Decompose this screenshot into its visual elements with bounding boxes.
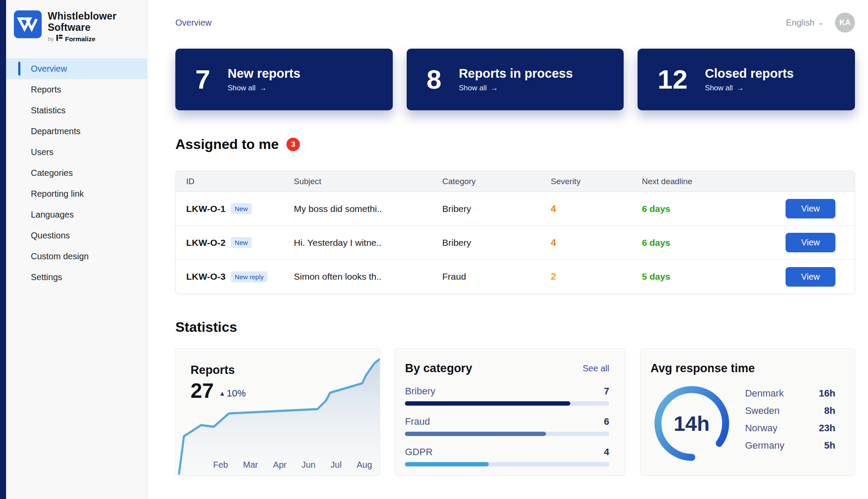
table-header-row: ID Subject Category Severity Next deadli… (176, 171, 855, 192)
category-bar-fill (405, 462, 489, 466)
assigned-count-badge: 3 (286, 138, 300, 151)
view-button[interactable]: View (786, 267, 835, 287)
arrow-right-icon: → (490, 84, 498, 93)
assigned-table: ID Subject Category Severity Next deadli… (175, 171, 855, 294)
category-label: GDPR (405, 446, 433, 458)
by-category-card: By category See all Bribery 7 Fraud 6 (395, 348, 625, 476)
category-bar-fill (405, 401, 570, 406)
card-title: Reports in process (459, 66, 573, 81)
report-id: LKW-O-2 (186, 238, 226, 248)
sidebar-item-users[interactable]: Users (6, 142, 147, 162)
show-all-link[interactable]: Show all→ (227, 84, 300, 93)
col-header-id: ID (176, 177, 294, 186)
see-all-link[interactable]: See all (583, 364, 609, 373)
reports-chart-card: Reports 27 ▲ 10% Feb Mar Apr Jun Jul (175, 348, 380, 476)
main-content: Overview English ⌄ KA 7 New reports Show… (148, 0, 868, 499)
col-header-subject: Subject (294, 177, 442, 186)
breadcrumb[interactable]: Overview (175, 18, 211, 28)
left-edge-strip (0, 0, 6, 499)
assigned-title: Assigned to me (175, 136, 279, 152)
topbar: Overview English ⌄ KA (175, 0, 855, 33)
avg-response-card: Avg response time 14h (640, 348, 855, 476)
category-value: 4 (604, 446, 609, 458)
report-category: Bribery (442, 238, 551, 248)
report-subject: My boss did somethi.. (294, 204, 442, 214)
statistics-cards-row: Reports 27 ▲ 10% Feb Mar Apr Jun Jul (175, 348, 855, 476)
avatar[interactable]: KA (835, 13, 855, 33)
category-row: Bribery 7 (405, 386, 609, 406)
category-row: Fraud 6 (405, 416, 609, 436)
sidebar: Whistleblower Software by Formalize Over… (6, 0, 148, 499)
new-reports-count: 7 (195, 66, 210, 93)
category-bar-track (405, 462, 609, 466)
card-title: Closed reports (705, 66, 794, 81)
app-window: Whistleblower Software by Formalize Over… (0, 0, 868, 499)
card-new-reports[interactable]: 7 New reports Show all→ (175, 49, 393, 110)
sidebar-item-departments[interactable]: Departments (6, 121, 147, 142)
sidebar-item-reporting-link[interactable]: Reporting link (6, 183, 147, 204)
in-process-count: 8 (427, 66, 441, 93)
col-header-category: Category (442, 177, 551, 186)
report-severity: 4 (551, 203, 642, 215)
status-badge: New (231, 203, 252, 214)
avg-response-title: Avg response time (651, 362, 855, 375)
brand: Whistleblower Software by Formalize (6, 0, 147, 43)
x-axis-labels: Feb Mar Apr Jun Jul Aug (213, 460, 372, 470)
category-value: 7 (604, 386, 609, 397)
sidebar-item-questions[interactable]: Questions (6, 225, 147, 246)
status-badge: New (231, 237, 252, 248)
sidebar-menu: Overview Reports Statistics Departments … (6, 58, 147, 288)
card-reports-in-process[interactable]: 8 Reports in process Show all→ (407, 49, 624, 110)
active-indicator-bar (18, 62, 20, 76)
table-row: LKW-O-3New reply Simon often looks th.. … (176, 260, 855, 294)
triangle-up-icon: ▲ (219, 390, 225, 397)
sidebar-item-reports[interactable]: Reports (6, 79, 147, 100)
country-row: Norway23h (745, 420, 835, 437)
report-id: LKW-O-3 (186, 271, 226, 282)
arrow-right-icon: → (737, 84, 744, 93)
by-category-title: By category (405, 362, 472, 375)
donut-center-value: 14h (651, 382, 733, 465)
closed-count: 12 (658, 66, 687, 93)
sidebar-item-settings[interactable]: Settings (6, 267, 147, 288)
brand-logo-icon (14, 10, 42, 38)
category-value: 6 (604, 416, 609, 427)
card-closed-reports[interactable]: 12 Closed reports Show all→ (638, 49, 855, 110)
sidebar-item-overview[interactable]: Overview (6, 58, 147, 79)
reports-card-title: Reports (191, 364, 246, 377)
brand-name: Whistleblower Software (48, 10, 117, 33)
report-severity: 2 (551, 271, 642, 282)
sidebar-item-statistics[interactable]: Statistics (6, 100, 147, 121)
report-deadline: 5 days (642, 271, 766, 282)
report-id: LKW-O-1 (186, 204, 226, 214)
report-subject: Simon often looks th.. (294, 271, 442, 282)
category-bar-track (405, 432, 609, 436)
language-selector[interactable]: English ⌄ (786, 18, 824, 28)
country-row: Denmark16h (745, 385, 835, 402)
category-label: Fraud (405, 416, 430, 427)
country-row: Sweden8h (745, 402, 835, 420)
country-row: Germany5h (745, 437, 835, 454)
reports-total: 27 (191, 382, 214, 400)
arrow-right-icon: → (260, 84, 267, 93)
brand-byline: by Formalize (48, 35, 117, 43)
report-category: Bribery (442, 204, 551, 214)
col-header-severity: Severity (551, 177, 642, 186)
report-severity: 4 (551, 237, 642, 248)
view-button[interactable]: View (786, 199, 835, 218)
response-donut-chart: 14h (651, 382, 733, 465)
table-row: LKW-O-2New Hi. Yesterday I witne.. Bribe… (176, 226, 855, 260)
view-button[interactable]: View (786, 233, 835, 252)
card-title: New reports (227, 66, 300, 81)
category-bar-track (405, 401, 609, 406)
sidebar-item-languages[interactable]: Languages (6, 204, 147, 225)
report-deadline: 6 days (642, 204, 766, 214)
table-row: LKW-O-1New My boss did somethi.. Bribery… (176, 192, 855, 226)
col-header-deadline: Next deadline (642, 177, 766, 186)
show-all-link[interactable]: Show all→ (705, 84, 794, 93)
sidebar-item-custom-design[interactable]: Custom design (6, 246, 147, 267)
status-badge: New reply (231, 271, 268, 282)
sidebar-item-categories[interactable]: Categories (6, 162, 147, 183)
statistics-title: Statistics (175, 319, 855, 335)
show-all-link[interactable]: Show all→ (459, 84, 573, 93)
